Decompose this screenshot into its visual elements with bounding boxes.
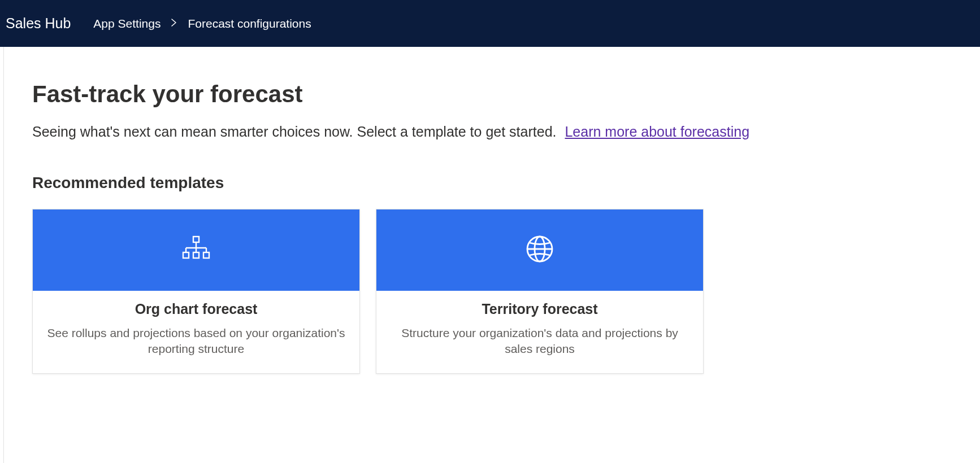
svg-rect-8 <box>203 252 209 258</box>
content-area: Fast-track your forecast Seeing what's n… <box>3 47 980 463</box>
card-org-chart-forecast[interactable]: Org chart forecast See rollups and proje… <box>32 209 360 374</box>
svg-rect-0 <box>193 237 199 242</box>
card-body: Org chart forecast See rollups and proje… <box>33 291 359 373</box>
breadcrumb: App Settings Forecast configurations <box>93 17 311 30</box>
section-title-recommended: Recommended templates <box>32 174 952 192</box>
card-description: Structure your organization's data and p… <box>388 325 692 357</box>
svg-rect-7 <box>193 252 199 258</box>
svg-rect-6 <box>183 252 189 258</box>
page-description: Seeing what's next can mean smarter choi… <box>32 124 557 139</box>
card-header <box>376 209 703 291</box>
page-description-row: Seeing what's next can mean smarter choi… <box>32 124 952 140</box>
card-header <box>33 209 359 291</box>
card-title: Org chart forecast <box>44 301 348 317</box>
breadcrumb-forecast-configurations[interactable]: Forecast configurations <box>188 17 311 30</box>
card-territory-forecast[interactable]: Territory forecast Structure your organi… <box>376 209 704 374</box>
org-chart-icon <box>180 233 212 267</box>
card-title: Territory forecast <box>388 301 692 317</box>
template-cards: Org chart forecast See rollups and proje… <box>32 209 952 374</box>
chevron-right-icon <box>171 18 177 29</box>
app-title: Sales Hub <box>6 15 71 32</box>
breadcrumb-app-settings[interactable]: App Settings <box>93 17 161 30</box>
topbar: Sales Hub App Settings Forecast configur… <box>0 0 980 47</box>
card-body: Territory forecast Structure your organi… <box>376 291 703 373</box>
globe-icon <box>524 233 556 267</box>
card-description: See rollups and projections based on you… <box>44 325 348 357</box>
page-title: Fast-track your forecast <box>32 81 952 108</box>
learn-more-link[interactable]: Learn more about forecasting <box>565 124 749 139</box>
